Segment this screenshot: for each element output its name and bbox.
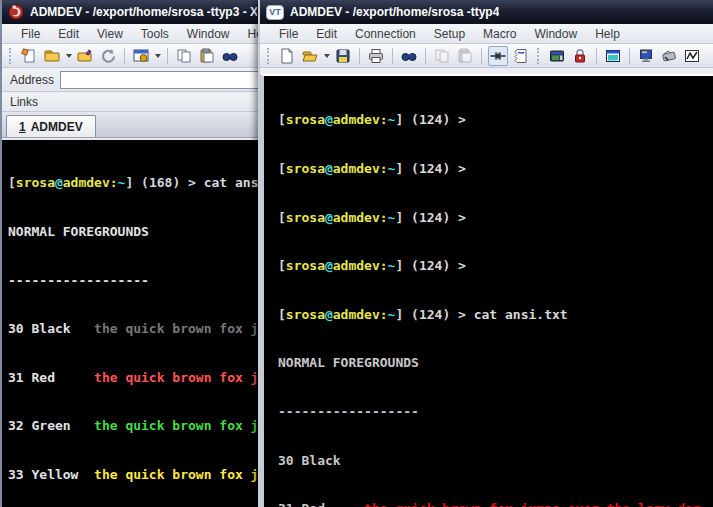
paste-button[interactable] <box>455 46 475 66</box>
network-print-button[interactable] <box>659 46 679 66</box>
new-session-button[interactable] <box>19 46 39 66</box>
section-underline: ------------------ <box>278 404 713 420</box>
find-icon <box>222 48 238 64</box>
reconnect-button[interactable] <box>98 46 118 66</box>
right-toolbar <box>260 44 713 68</box>
section-underline: ------------------ <box>8 273 263 289</box>
menu-window[interactable]: Window <box>178 25 239 43</box>
ansi-row: 33 Yellowthe quick brown fox jumps over … <box>8 467 263 483</box>
tab-label: ADMDEV <box>31 120 83 134</box>
left-titlebar[interactable]: ADMDEV - /export/home/srosa -ttyp3 - Xsh… <box>2 0 263 24</box>
dropdown-caret-icon[interactable] <box>66 54 72 58</box>
vt-logo-icon: VT <box>266 5 284 20</box>
monitor-button[interactable] <box>636 46 656 66</box>
ansi-row: 30 Blackthe quick brown fox jumps over t… <box>278 453 713 469</box>
script-icon <box>513 48 529 64</box>
vt-window: VT ADMDEV - /export/home/srosa -ttyp4 Fi… <box>258 0 713 507</box>
address-input[interactable] <box>60 71 259 89</box>
save-icon <box>335 48 351 64</box>
open-folder-icon <box>302 48 318 64</box>
copy-icon <box>176 48 192 64</box>
prompt-line: [srosa@admdev:~] (124) > <box>278 112 713 128</box>
session-window-button[interactable] <box>603 46 623 66</box>
new-document-icon <box>279 48 295 64</box>
connect-plug-icon <box>490 48 506 64</box>
sessions-dialog-icon <box>133 48 149 64</box>
copy-icon <box>434 48 450 64</box>
menu-help[interactable]: Help <box>586 25 629 43</box>
left-tabbar: 1 ADMDEV <box>2 112 263 138</box>
menu-edit[interactable]: Edit <box>49 25 88 43</box>
open-folder-icon <box>77 48 93 64</box>
ansi-row: 30 Blackthe quick brown fox jumps over t… <box>8 321 263 337</box>
right-terminal[interactable]: [srosa@admdev:~] (124) > [srosa@admdev:~… <box>260 74 713 507</box>
left-window-title: ADMDEV - /export/home/srosa -ttyp3 - Xsh… <box>30 5 257 19</box>
xshell-logo-icon <box>8 4 24 20</box>
section-header: NORMAL FOREGROUNDS <box>8 224 263 240</box>
find-button[interactable] <box>220 46 240 66</box>
right-window-title: ADMDEV - /export/home/srosa -ttyp4 <box>290 5 499 19</box>
security-button[interactable] <box>570 46 590 66</box>
open-folder-button[interactable] <box>75 46 95 66</box>
address-label: Address <box>10 73 54 87</box>
prompt-line: [srosa@admdev:~] (124) > cat ansi.txt <box>278 307 713 323</box>
right-titlebar[interactable]: VT ADMDEV - /export/home/srosa -ttyp4 <box>260 0 713 24</box>
print-button[interactable] <box>366 46 386 66</box>
new-document-button[interactable] <box>277 46 297 66</box>
toolbar-separator <box>596 48 597 64</box>
left-toolbar <box>2 44 263 68</box>
menu-file[interactable]: File <box>270 25 307 43</box>
prompt-line: [srosa@admdev:~] (124) > <box>278 161 713 177</box>
network-printer-icon <box>661 48 677 64</box>
toolbar-separator <box>124 48 125 64</box>
links-label: Links <box>10 95 38 109</box>
menu-view[interactable]: View <box>88 25 132 43</box>
menu-edit[interactable]: Edit <box>307 25 346 43</box>
prompt-line: [srosa@admdev:~] (124) > <box>278 210 713 226</box>
prompt-line: [srosa@admdev:~] (168) > cat ansi.txt <box>8 175 263 191</box>
menu-file[interactable]: File <box>12 25 49 43</box>
toolbar-separator <box>167 48 168 64</box>
ansi-row: 32 Greenthe quick brown fox jumps over t… <box>8 418 263 434</box>
terminal-window-icon <box>605 48 621 64</box>
keymap-button[interactable] <box>547 46 567 66</box>
menu-macro[interactable]: Macro <box>474 25 525 43</box>
dropdown-caret-icon[interactable] <box>155 54 161 58</box>
toolbar-separator <box>392 48 393 64</box>
menu-setup[interactable]: Setup <box>425 25 474 43</box>
find-button[interactable] <box>399 46 419 66</box>
sessions-folder-button[interactable] <box>42 46 62 66</box>
chart-zigzag-icon <box>684 48 700 64</box>
toolbar-separator <box>359 48 360 64</box>
toolbar-grip <box>9 48 13 64</box>
sessions-dialog-button[interactable] <box>131 46 151 66</box>
toolbar-grip <box>537 48 541 64</box>
monitor-icon <box>638 48 654 64</box>
prompt-line: [srosa@admdev:~] (124) > <box>278 258 713 274</box>
toolbar-separator <box>629 48 630 64</box>
script-button[interactable] <box>511 46 531 66</box>
paste-icon <box>457 48 473 64</box>
save-button[interactable] <box>333 46 353 66</box>
section-header: NORMAL FOREGROUNDS <box>278 355 713 371</box>
menu-window[interactable]: Window <box>525 25 586 43</box>
menu-tools[interactable]: Tools <box>132 25 178 43</box>
tab-number: 1 <box>19 120 26 134</box>
open-button[interactable] <box>300 46 320 66</box>
menu-connection[interactable]: Connection <box>346 25 425 43</box>
copy-button[interactable] <box>174 46 194 66</box>
tab-admdev[interactable]: 1 ADMDEV <box>6 115 96 137</box>
paste-button[interactable] <box>197 46 217 66</box>
toolbar-separator <box>481 48 482 64</box>
dropdown-caret-icon[interactable] <box>324 54 330 58</box>
left-terminal[interactable]: [srosa@admdev:~] (168) > cat ansi.txt NO… <box>2 140 263 507</box>
left-addressbar: Address <box>2 68 263 92</box>
right-menubar: File Edit Connection Setup Macro Window … <box>260 24 713 44</box>
connect-button[interactable] <box>488 46 508 66</box>
toolbar-separator <box>425 48 426 64</box>
keypad-icon <box>549 48 565 64</box>
copy-button[interactable] <box>432 46 452 66</box>
trace-button[interactable] <box>682 46 702 66</box>
desktop: ADMDEV - /export/home/srosa -ttyp3 - Xsh… <box>0 0 713 507</box>
print-icon <box>368 48 384 64</box>
